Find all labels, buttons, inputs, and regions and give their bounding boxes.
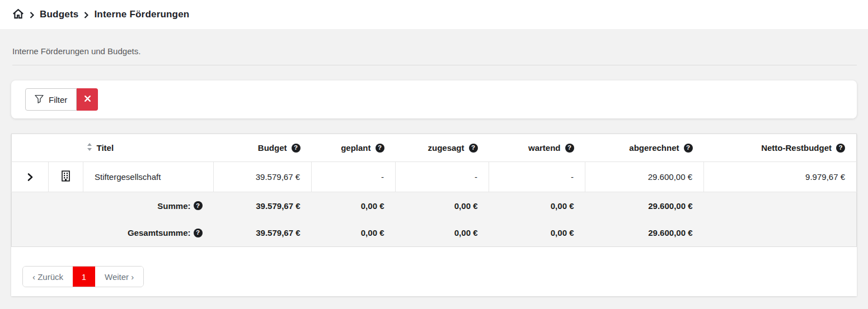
breadcrumb-item-current: Interne Förderungen xyxy=(94,9,189,20)
page-description: Interne Förderungen und Budgets. xyxy=(0,29,868,65)
column-label: wartend xyxy=(528,143,561,153)
summary-label: Summe: xyxy=(157,201,190,211)
help-icon[interactable]: ? xyxy=(194,201,203,210)
filter-panel: Filter xyxy=(11,80,857,118)
breadcrumb-item-budgets[interactable]: Budgets xyxy=(40,9,78,20)
help-icon[interactable]: ? xyxy=(565,144,574,153)
pagination-prev[interactable]: ‹ Zurück xyxy=(23,267,73,287)
pagination-next[interactable]: Weiter › xyxy=(95,267,143,287)
summary-geplant: 0,00 € xyxy=(312,220,396,247)
column-label: Netto-Restbudget xyxy=(761,143,832,153)
summary-wartend: 0,00 € xyxy=(489,192,585,220)
column-header-geplant: geplant ? xyxy=(312,134,396,162)
summary-netto-restbudget xyxy=(704,220,857,247)
pagination: ‹ Zurück 1 Weiter › xyxy=(22,266,144,287)
help-icon[interactable]: ? xyxy=(836,144,845,153)
budget-table: Titel Budget ? geplant ? xyxy=(11,134,857,247)
column-label: zugesagt xyxy=(428,143,464,153)
summary-row-summe: Summe: ? 39.579,67 € 0,00 € 0,00 € 0,00 … xyxy=(12,192,857,220)
help-icon[interactable]: ? xyxy=(194,229,203,237)
column-header-titel[interactable]: Titel xyxy=(83,134,214,162)
column-label: abgerechnet xyxy=(629,143,679,153)
filter-button-group: Filter xyxy=(25,88,98,111)
summary-label-cell: Gesamtsumme: ? xyxy=(12,220,214,247)
help-icon[interactable]: ? xyxy=(292,144,301,153)
summary-row-gesamtsumme: Gesamtsumme: ? 39.579,67 € 0,00 € 0,00 €… xyxy=(12,220,857,247)
cell-zugesagt: - xyxy=(396,162,489,192)
help-icon[interactable]: ? xyxy=(469,144,478,153)
breadcrumb-home[interactable] xyxy=(12,8,24,21)
cell-type xyxy=(49,162,83,192)
column-label: geplant xyxy=(341,143,370,153)
cell-netto-restbudget: 9.979,67 € xyxy=(704,162,857,192)
chevron-right-icon xyxy=(84,12,88,18)
cell-wartend: - xyxy=(489,162,585,192)
table-footer: ‹ Zurück 1 Weiter › xyxy=(11,247,857,296)
summary-budget: 39.579,67 € xyxy=(214,220,312,247)
close-icon xyxy=(84,95,91,104)
summary-zugesagt: 0,00 € xyxy=(396,220,489,247)
summary-netto-restbudget xyxy=(704,192,857,220)
column-header-expand xyxy=(12,134,49,162)
home-icon xyxy=(12,8,24,21)
column-header-wartend: wartend ? xyxy=(489,134,585,162)
pagination-current-page[interactable]: 1 xyxy=(73,267,95,287)
expand-row-button[interactable] xyxy=(23,162,37,192)
table-row: Stiftergesellschaft 39.579,67 € - - - 29… xyxy=(12,162,857,192)
column-label: Titel xyxy=(97,143,114,153)
filter-button[interactable]: Filter xyxy=(25,88,77,111)
help-icon[interactable]: ? xyxy=(684,144,693,153)
column-header-budget: Budget ? xyxy=(214,134,312,162)
filter-button-label: Filter xyxy=(49,95,67,104)
column-header-netto-restbudget: Netto-Restbudget ? xyxy=(704,134,857,162)
summary-zugesagt: 0,00 € xyxy=(396,192,489,220)
summary-geplant: 0,00 € xyxy=(312,192,396,220)
breadcrumb: Budgets Interne Förderungen xyxy=(12,8,189,21)
column-header-zugesagt: zugesagt ? xyxy=(396,134,489,162)
summary-budget: 39.579,67 € xyxy=(214,192,312,220)
cell-abgerechnet: 29.600,00 € xyxy=(585,162,704,192)
chevron-right-icon xyxy=(30,12,34,18)
breadcrumb-bar: Budgets Interne Förderungen xyxy=(0,0,868,29)
cell-expand xyxy=(12,162,49,192)
filter-clear-button[interactable] xyxy=(77,88,98,111)
cell-budget: 39.579,67 € xyxy=(214,162,312,192)
column-label: Budget xyxy=(258,143,287,153)
building-icon xyxy=(61,174,71,183)
summary-abgerechnet: 29.600,00 € xyxy=(585,220,704,247)
help-icon[interactable]: ? xyxy=(376,144,384,153)
summary-wartend: 0,00 € xyxy=(489,220,585,247)
sort-icon xyxy=(87,142,92,153)
summary-label-cell: Summe: ? xyxy=(12,192,214,220)
cell-titel: Stiftergesellschaft xyxy=(83,162,214,192)
summary-abgerechnet: 29.600,00 € xyxy=(585,192,704,220)
table-header-row: Titel Budget ? geplant ? xyxy=(12,134,857,162)
divider xyxy=(12,65,857,65)
funnel-icon xyxy=(35,94,44,105)
column-header-type xyxy=(49,134,83,162)
cell-geplant: - xyxy=(312,162,396,192)
summary-label: Gesamtsumme: xyxy=(128,228,191,237)
budget-table-card: Titel Budget ? geplant ? xyxy=(11,134,857,296)
column-header-abgerechnet: abgerechnet ? xyxy=(585,134,704,162)
